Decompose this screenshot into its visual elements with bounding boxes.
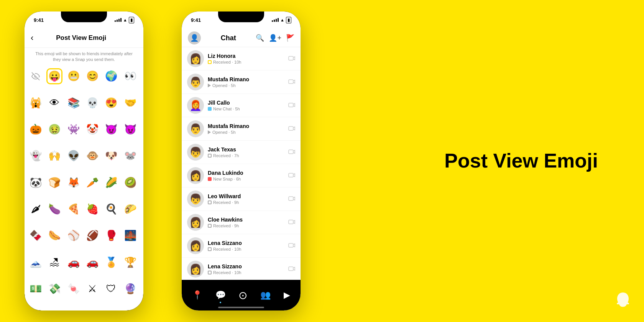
chat-status: Opened · 5h (208, 130, 284, 135)
emoji-cell-bridge[interactable]: 🌉 (122, 228, 138, 244)
camera-icon[interactable] (288, 219, 295, 227)
emoji-cell-ghost[interactable]: 👻 (28, 148, 44, 164)
emoji-cell-skull[interactable]: 💀 (84, 95, 100, 111)
emoji-cell-alien[interactable]: 👽 (66, 148, 82, 164)
nav-friends-icon[interactable]: 👥 (257, 287, 274, 303)
bar1b (272, 20, 273, 22)
emoji-cell-shocked-cat[interactable]: 🙀 (28, 95, 44, 111)
emoji-cell-chocolate[interactable]: 🍫 (28, 228, 44, 244)
emoji-cell-dog[interactable]: 🐶 (103, 148, 119, 164)
chat-name: Mustafa Rimano (208, 123, 284, 129)
settings-icon[interactable]: 🚩 (286, 34, 294, 42)
emoji-cell-carrot[interactable]: 🥕 (84, 174, 100, 191)
chat-item[interactable]: 👩 Cloe Hawkins Received · 9h (182, 211, 301, 234)
emoji-cell-money[interactable]: 💵 (28, 281, 44, 297)
emoji-cell-globe[interactable]: 🌍 (103, 68, 119, 84)
camera-icon[interactable] (288, 172, 295, 180)
emoji-cell-taco[interactable]: 🌮 (122, 201, 138, 217)
emoji-cell-strawberry[interactable]: 🍓 (84, 201, 100, 217)
emoji-cell-alien-monster[interactable]: 👾 (66, 121, 82, 137)
svg-rect-10 (289, 267, 293, 271)
emoji-cell-hotdog[interactable]: 🌭 (46, 228, 62, 244)
emoji-cell-mountain[interactable]: 🗻 (28, 254, 44, 270)
emoji-cell-car[interactable]: 🚗 (66, 254, 82, 270)
notch (61, 12, 107, 22)
emoji-cell-fox[interactable]: 🦊 (66, 174, 82, 191)
emoji-cell-shield[interactable]: 🛡 (103, 281, 119, 297)
back-button[interactable]: ‹ (31, 31, 36, 44)
emoji-cell-heart-eyes[interactable]: 😍 (103, 95, 119, 111)
camera-icon[interactable] (288, 148, 295, 156)
emoji-cell-grimace[interactable]: 😬 (66, 68, 82, 84)
emoji-cell-bread[interactable]: 🍞 (46, 174, 62, 191)
chat-item[interactable]: 👩 Dana Lukindo New Snap · 6h (182, 164, 301, 187)
emoji-cell-corn[interactable]: 🌽 (103, 174, 119, 191)
emoji-cell-eyes[interactable]: 👀 (122, 68, 138, 84)
emoji-cell-beach[interactable]: 🏖 (46, 254, 62, 270)
emoji-cell-tongue[interactable]: 😛 (46, 68, 62, 84)
emoji-cell-monkey[interactable]: 🐵 (84, 148, 100, 164)
emoji-cell-devil-red[interactable]: 😈 (103, 121, 119, 137)
emoji-cell-trophy[interactable]: 🏆 (122, 254, 138, 270)
emoji-cell-crystal-ball[interactable]: 🔮 (122, 281, 138, 297)
chat-item[interactable]: 👩 Lena Sizzano Received · 10h (182, 258, 301, 280)
emoji-cell-panda[interactable]: 🐼 (28, 174, 44, 191)
camera-icon[interactable] (288, 102, 295, 110)
chat-info: Jill Callo New Chat · 5h (204, 100, 288, 111)
camera-icon[interactable] (288, 78, 295, 86)
emoji-cell-medal[interactable]: 🏅 (103, 254, 119, 270)
emoji-cell-clown[interactable]: 🤡 (84, 121, 100, 137)
chat-item[interactable]: 👦 Leo Willward Received · 9h (182, 187, 301, 211)
nav-chat-icon[interactable]: 💬 (212, 287, 229, 303)
status-label: New Snap · 6h (213, 177, 241, 181)
chat-item[interactable]: 👦 Jack Texas Received · 7h (182, 141, 301, 164)
emoji-cell-hidden[interactable] (28, 68, 44, 84)
emoji-cell-pizza[interactable]: 🍕 (66, 201, 82, 217)
status-label: Received · 9h (213, 223, 239, 228)
main-title: Post View Emoji (444, 150, 598, 172)
emoji-cell-glove[interactable]: 🥊 (103, 228, 119, 244)
nav-map-icon[interactable]: 📍 (189, 287, 205, 303)
battery-icon2: ▮ (286, 17, 291, 23)
chat-avatar: 👩‍🦰 (187, 97, 204, 114)
emoji-cell-eye[interactable]: 👁 (46, 95, 62, 111)
emoji-cell-baseball[interactable]: ⚾ (66, 228, 82, 244)
emoji-cell-handshake[interactable]: 🤝 (122, 95, 138, 111)
chat-item[interactable]: 👩 Lena Sizzano Received · 10h (182, 234, 301, 258)
emoji-cell-egg[interactable]: 🍳 (103, 201, 119, 217)
emoji-cell-pumpkin[interactable]: 🎃 (28, 121, 44, 137)
emoji-cell-devil-purple[interactable]: 😈 (122, 121, 138, 137)
user-avatar[interactable]: 👤 (188, 31, 201, 44)
emoji-cell-football[interactable]: 🏈 (84, 228, 100, 244)
emoji-cell-raised-hands[interactable]: 🙌 (46, 148, 62, 164)
status-icons-phone2: ▲ ▮ (272, 17, 291, 23)
emoji-cell-nauseated[interactable]: 🤢 (46, 121, 62, 137)
emoji-cell-kiwi[interactable]: 🥝 (122, 174, 138, 191)
camera-icon[interactable] (288, 55, 295, 63)
search-icon[interactable]: 🔍 (256, 34, 264, 42)
chat-item[interactable]: 👩 Liz Honora Received · 10h (182, 47, 301, 71)
chat-screen-title: Chat (221, 34, 236, 42)
emoji-cell-money-wings[interactable]: 💸 (46, 281, 62, 297)
camera-icon[interactable] (288, 265, 295, 273)
emoji-cell-eggplant[interactable]: 🍆 (46, 201, 62, 217)
emoji-cell-candy[interactable]: 🍬 (66, 281, 82, 297)
emoji-cell-car-red[interactable]: 🚗 (84, 254, 100, 270)
nav-discover-icon[interactable]: ▶ (281, 287, 293, 303)
nav-camera-icon[interactable]: ⊙ (235, 286, 250, 305)
emoji-cell-books[interactable]: 📚 (66, 95, 82, 111)
chat-status: New Chat · 5h (208, 107, 284, 111)
chat-item[interactable]: 👩‍🦰 Jill Callo New Chat · 5h (182, 94, 301, 117)
chat-item[interactable]: 👨 Mustafa Rimano Opened · 5h (182, 117, 301, 141)
signal-bars2 (272, 18, 279, 22)
emoji-cell-smile[interactable]: 😊 (84, 68, 100, 84)
bar2b (274, 20, 275, 22)
emoji-cell-mouse[interactable]: 🐭 (122, 148, 138, 164)
camera-icon[interactable] (288, 242, 295, 250)
camera-icon[interactable] (288, 195, 295, 203)
emoji-cell-swords[interactable]: ⚔ (84, 281, 100, 297)
camera-icon[interactable] (288, 125, 295, 133)
chat-item[interactable]: 👨 Mustafa Rimano Opened · 5h (182, 71, 301, 94)
add-friend-icon[interactable]: 👤+ (269, 34, 281, 42)
emoji-cell-pepper[interactable]: 🌶 (28, 201, 44, 217)
